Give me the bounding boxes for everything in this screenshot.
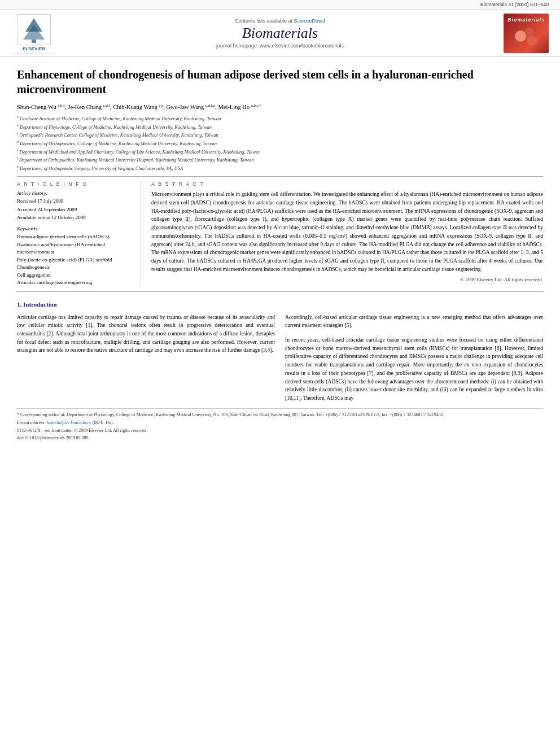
journal-title: Biomaterials bbox=[68, 25, 492, 42]
keywords-label: Keywords: bbox=[17, 226, 133, 231]
affil-d: d Department of Orthopaedics, College of… bbox=[17, 139, 543, 147]
available-date: Available online 12 October 2009 bbox=[17, 214, 133, 221]
intro-two-col: Articular cartilage has limited capacity… bbox=[17, 313, 543, 403]
article-info-header: A R T I C L E I N F O bbox=[17, 181, 133, 187]
abstract-copyright: © 2009 Elsevier Ltd. All rights reserved… bbox=[151, 277, 543, 282]
affil-a: a Graduate Institute of Medicine, Colleg… bbox=[17, 115, 543, 123]
svg-point-8 bbox=[513, 40, 519, 47]
article-info-column: A R T I C L E I N F O Article history: R… bbox=[17, 181, 141, 286]
svg-rect-3 bbox=[32, 40, 36, 43]
journal-logo-right: Biomaterials bbox=[504, 14, 549, 53]
sciencedirect-link[interactable]: ScienceDirect bbox=[294, 18, 326, 24]
email-label: E-mail address: bbox=[17, 420, 47, 425]
bio-logo-text: Biomaterials bbox=[508, 17, 545, 23]
author-jeken: Je-Ken Chang c,d,f bbox=[68, 104, 110, 110]
keyword-1: Human adipose derived stem cells (hADSCs… bbox=[17, 233, 133, 241]
doi-line: doi:10.1016/j.biomaterials.2009.09.089 bbox=[17, 435, 543, 440]
article-history-label: Article history: bbox=[17, 190, 133, 196]
received-date: Received 17 July 2009 bbox=[17, 198, 133, 205]
elsevier-tree-svg bbox=[19, 16, 50, 44]
affil-f: f Department of Orthopaedics, Kaohsiung … bbox=[17, 156, 543, 164]
svg-point-6 bbox=[524, 28, 533, 37]
intro-section-title: 1. Introduction bbox=[17, 301, 543, 308]
svg-point-7 bbox=[527, 36, 537, 46]
content-area: Enhancement of chondrogenesis of human a… bbox=[0, 57, 560, 451]
keyword-2: Hyaluronic acid/hyaluronan (HA)-enriched… bbox=[17, 241, 133, 256]
intro-left-text: Articular cartilage has limited capacity… bbox=[17, 313, 275, 355]
author-chih: Chih-Kuang Wang c,e bbox=[113, 104, 163, 110]
sciencedirect-line: Contents lists available at ScienceDirec… bbox=[68, 18, 492, 24]
page: Biomaterials 31 (2010) 631–640 ELSEVIER … bbox=[0, 0, 560, 747]
abstract-column: A B S T R A C T Microenvironment plays a… bbox=[151, 181, 543, 286]
issn-line: 0142-9612/$ – see front matter © 2009 El… bbox=[17, 427, 543, 434]
email-address[interactable]: homelin@cc.kmu.edu.tw bbox=[47, 420, 91, 425]
keyword-5: Cell aggregation bbox=[17, 272, 133, 279]
email-contact: (M.-L. Ho). bbox=[93, 420, 114, 425]
keywords-list: Human adipose derived stem cells (hADSCs… bbox=[17, 233, 133, 287]
journal-homepage: journal homepage: www.elsevier.com/locat… bbox=[68, 43, 492, 49]
elsevier-logo-image bbox=[17, 14, 51, 45]
article-body-two-col: A R T I C L E I N F O Article history: R… bbox=[17, 181, 543, 286]
introduction-section: 1. Introduction Articular cartilage has … bbox=[17, 301, 543, 403]
elsevier-logo: ELSEVIER bbox=[11, 12, 56, 54]
affil-b: b Department of Physiology, College of M… bbox=[17, 123, 543, 131]
email-note: E-mail address: homelin@cc.kmu.edu.tw (M… bbox=[17, 420, 543, 426]
intro-right-text-2: In recent years, cell-based articular ca… bbox=[285, 336, 543, 403]
journal-ref-line: Biomaterials 31 (2010) 631–640 bbox=[0, 0, 560, 10]
author-gwo: Gwo-Jaw Wang c,d,f,g bbox=[166, 104, 215, 110]
corresponding-note: * Corresponding author at: Department of… bbox=[17, 412, 543, 417]
intro-right-text: Accordingly, cell-based articular cartil… bbox=[285, 313, 543, 330]
authors-line: Shun-Cheng Wu a,b,c, Je-Ken Chang c,d,f,… bbox=[17, 102, 543, 111]
journal-center: Contents lists available at ScienceDirec… bbox=[56, 18, 504, 49]
article-footer: * Corresponding author at: Department of… bbox=[17, 408, 543, 440]
journal-header: ELSEVIER Contents lists available at Sci… bbox=[0, 10, 560, 57]
affil-g: g Department of Orthopaedic Surgery, Uni… bbox=[17, 164, 543, 172]
intro-right-col: Accordingly, cell-based articular cartil… bbox=[285, 313, 543, 403]
author-mei: Mei-Ling Ho a,b,c,* bbox=[218, 104, 261, 110]
divider-2 bbox=[17, 291, 543, 292]
affiliations-block: a Graduate Institute of Medicine, Colleg… bbox=[17, 115, 543, 172]
abstract-header: A B S T R A C T bbox=[151, 181, 543, 187]
bio-logo-image bbox=[509, 24, 543, 49]
affil-c: c Orthopaedic Research Center, College o… bbox=[17, 131, 543, 139]
article-title: Enhancement of chondrogenesis of human a… bbox=[17, 67, 543, 97]
divider-1 bbox=[17, 176, 543, 177]
intro-left-col: Articular cartilage has limited capacity… bbox=[17, 313, 275, 403]
author-shun: Shun-Cheng Wu a,b,c bbox=[17, 104, 65, 110]
abstract-text: Microenvironment plays a critical role i… bbox=[151, 190, 543, 273]
keyword-6: Articular cartilage tissue engineering bbox=[17, 279, 133, 287]
keyword-4: Chondrogenesis bbox=[17, 264, 133, 272]
keyword-3: Poly-(lactic-co-glycolic acid) (PLGA) sc… bbox=[17, 256, 133, 264]
journal-reference: Biomaterials 31 (2010) 631–640 bbox=[480, 2, 549, 7]
accepted-date: Accepted 24 September 2009 bbox=[17, 206, 133, 213]
contents-available-text: Contents lists available at bbox=[235, 18, 292, 24]
affil-e: e Department of Medicinal and Applied Ch… bbox=[17, 148, 543, 156]
elsevier-text: ELSEVIER bbox=[23, 46, 45, 51]
